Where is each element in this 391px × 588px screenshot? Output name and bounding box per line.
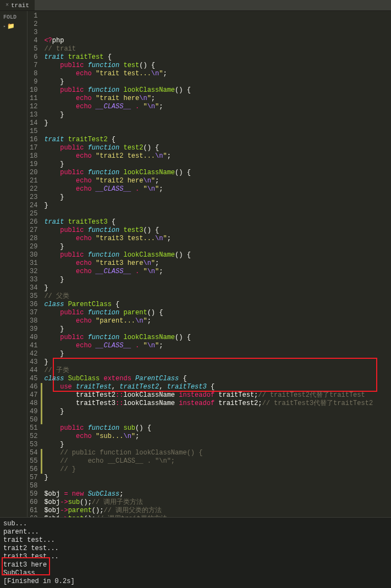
line-number: 9: [30, 78, 37, 86]
code-line[interactable]: // trait: [42, 45, 391, 53]
line-number: 45: [30, 375, 37, 383]
code-line[interactable]: echo "trait here\n";: [42, 95, 391, 103]
line-number: 33: [30, 276, 37, 284]
code-line[interactable]: }: [42, 474, 391, 482]
code-line[interactable]: class ParentClass {: [42, 301, 391, 309]
code-line[interactable]: public function lookClassName() {: [42, 334, 391, 342]
code-line[interactable]: <?php: [42, 37, 391, 45]
line-number: 15: [30, 127, 37, 136]
line-number: 37: [30, 309, 37, 317]
code-line[interactable]: echo "sub...\n";: [42, 432, 391, 441]
code-line[interactable]: trait traitTest3 {: [42, 218, 391, 226]
sidebar-folder-row[interactable]: ▸ 📁: [2, 21, 25, 31]
code-line[interactable]: }: [42, 408, 391, 416]
code-line[interactable]: public function lookClassName() {: [42, 169, 391, 177]
code-line[interactable]: }: [42, 78, 391, 86]
code-line[interactable]: class SubClass extends ParentClass {: [42, 375, 391, 383]
code-line[interactable]: traitTest3::lookClassName insteadof trai…: [42, 400, 391, 408]
code-line[interactable]: [42, 210, 391, 218]
code-line[interactable]: public function test() {: [42, 62, 391, 70]
code-line[interactable]: echo __CLASS__ . "\n";: [42, 185, 391, 193]
line-number: 56: [30, 465, 37, 474]
code-line[interactable]: echo "trait3 test...\n";: [42, 235, 391, 243]
code-line[interactable]: $obj->parent();// 调用父类的方法: [42, 507, 391, 515]
code-line[interactable]: }: [42, 441, 391, 449]
line-number: 27: [30, 226, 37, 235]
code-line[interactable]: public function parent() {: [42, 309, 391, 317]
code-line[interactable]: [42, 416, 391, 424]
line-number: 21: [30, 177, 37, 185]
line-number: 28: [30, 235, 37, 243]
code-line[interactable]: traitTest2::lookClassName insteadof trai…: [42, 391, 391, 400]
line-number: 59: [30, 490, 37, 498]
line-number: 3: [30, 29, 37, 37]
code-line[interactable]: [42, 482, 391, 490]
code-line[interactable]: // 子类: [42, 367, 391, 375]
code-content[interactable]: <?php// traittrait traitTest { public fu…: [42, 11, 391, 517]
output-line: SubClass: [3, 569, 388, 578]
code-line[interactable]: // }: [42, 465, 391, 474]
line-number: 25: [30, 210, 37, 218]
line-number: 54: [30, 449, 37, 457]
code-line[interactable]: }: [42, 350, 391, 358]
code-line[interactable]: use traitTest, traitTest2, traitTest3 {: [42, 383, 391, 391]
line-number: 10: [30, 86, 37, 95]
code-line[interactable]: }: [42, 284, 391, 292]
line-number: 2: [30, 20, 37, 29]
line-number: 20: [30, 169, 37, 177]
folder-icon: 📁: [7, 23, 15, 30]
code-line[interactable]: trait traitTest2 {: [42, 136, 391, 144]
output-panel: sub...parent...trait test...trait2 test.…: [0, 517, 391, 588]
code-line[interactable]: echo __CLASS__ . "\n";: [42, 268, 391, 276]
code-line[interactable]: echo __CLASS__ . "\n";: [42, 342, 391, 350]
line-number: 40: [30, 334, 37, 342]
line-number: 41: [30, 342, 37, 350]
code-line[interactable]: [42, 127, 391, 136]
line-number: 7: [30, 62, 37, 70]
line-number: 50: [30, 416, 37, 424]
file-tab[interactable]: × trait: [0, 0, 35, 10]
code-line[interactable]: $obj = new SubClass;: [42, 490, 391, 498]
code-line[interactable]: public function test2() {: [42, 144, 391, 152]
code-line[interactable]: }: [42, 243, 391, 251]
build-output[interactable]: sub...parent...trait test...trait2 test.…: [0, 517, 391, 588]
output-line: trait3 test...: [3, 553, 388, 561]
line-number: 24: [30, 202, 37, 210]
code-line[interactable]: public function test3() {: [42, 226, 391, 235]
code-line[interactable]: }: [42, 358, 391, 367]
code-line[interactable]: public function sub() {: [42, 424, 391, 432]
line-number: 1: [30, 12, 37, 20]
code-editor[interactable]: 1234567891011121314151617181920212223242…: [27, 11, 391, 517]
output-line: trait3 here: [3, 561, 388, 569]
code-line[interactable]: }: [42, 325, 391, 334]
code-line[interactable]: }: [42, 193, 391, 202]
code-line[interactable]: }: [42, 202, 391, 210]
line-number: 31: [30, 259, 37, 268]
line-number: 29: [30, 243, 37, 251]
code-line[interactable]: echo "trait3 here\n";: [42, 259, 391, 268]
code-line[interactable]: // echo __CLASS__ . "\n";: [42, 457, 391, 465]
tab-bar: × trait: [0, 0, 391, 11]
code-line[interactable]: public function lookClassName() {: [42, 86, 391, 95]
line-gutter: 1234567891011121314151617181920212223242…: [27, 11, 42, 517]
code-line[interactable]: // public function lookClassName() {: [42, 449, 391, 457]
code-line[interactable]: trait traitTest {: [42, 53, 391, 62]
code-line[interactable]: }: [42, 160, 391, 169]
code-line[interactable]: }: [42, 111, 391, 119]
code-line[interactable]: }: [42, 276, 391, 284]
code-line[interactable]: echo "parent...\n";: [42, 317, 391, 325]
close-icon[interactable]: ×: [5, 2, 9, 8]
code-line[interactable]: // 父类: [42, 292, 391, 301]
line-number: 11: [30, 95, 37, 103]
code-line[interactable]: echo "trait test...\n";: [42, 70, 391, 78]
line-number: 52: [30, 432, 37, 441]
code-line[interactable]: echo __CLASS__ . "\n";: [42, 103, 391, 111]
code-line[interactable]: }: [42, 119, 391, 127]
code-line[interactable]: echo "trait2 test...\n";: [42, 152, 391, 160]
code-line[interactable]: public function lookClassName() {: [42, 251, 391, 259]
code-line[interactable]: echo "trait2 here\n";: [42, 177, 391, 185]
code-line[interactable]: $obj->sub();// 调用子类方法: [42, 498, 391, 507]
line-number: 17: [30, 144, 37, 152]
line-number: 26: [30, 218, 37, 226]
line-number: 18: [30, 152, 37, 160]
